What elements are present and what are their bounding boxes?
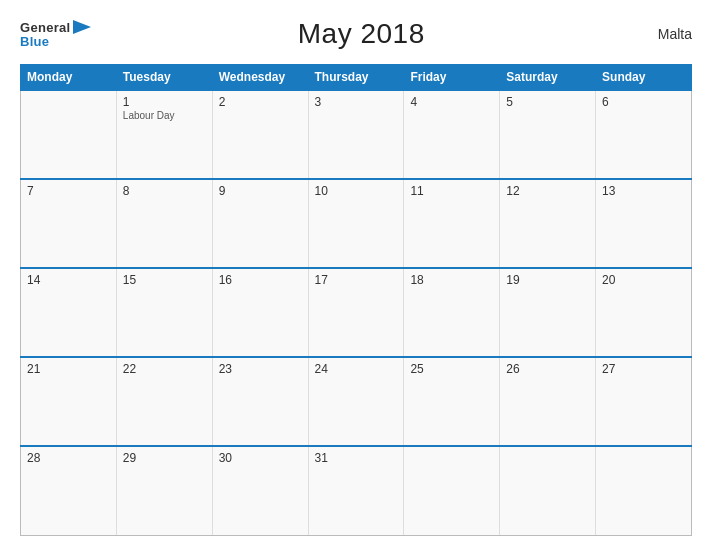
calendar-cell: 4 [404, 90, 500, 179]
day-number: 12 [506, 184, 589, 198]
calendar-cell: 25 [404, 357, 500, 446]
calendar-cell [596, 446, 692, 535]
day-number: 20 [602, 273, 685, 287]
calendar-cell: 19 [500, 268, 596, 357]
day-number: 6 [602, 95, 685, 109]
calendar-week-row: 21222324252627 [21, 357, 692, 446]
calendar-cell: 11 [404, 179, 500, 268]
logo-blue-text: Blue [20, 35, 49, 48]
calendar-table: Monday Tuesday Wednesday Thursday Friday… [20, 64, 692, 536]
calendar-week-row: 1Labour Day23456 [21, 90, 692, 179]
calendar-cell: 8 [116, 179, 212, 268]
col-tuesday: Tuesday [116, 65, 212, 91]
calendar-cell: 27 [596, 357, 692, 446]
calendar-cell: 16 [212, 268, 308, 357]
day-number: 1 [123, 95, 206, 109]
col-wednesday: Wednesday [212, 65, 308, 91]
calendar-cell: 12 [500, 179, 596, 268]
calendar-header-row: Monday Tuesday Wednesday Thursday Friday… [21, 65, 692, 91]
day-number: 15 [123, 273, 206, 287]
calendar-cell: 15 [116, 268, 212, 357]
holiday-label: Labour Day [123, 110, 206, 121]
calendar-cell: 18 [404, 268, 500, 357]
day-number: 29 [123, 451, 206, 465]
svg-marker-0 [73, 20, 91, 34]
day-number: 18 [410, 273, 493, 287]
day-number: 8 [123, 184, 206, 198]
day-number: 14 [27, 273, 110, 287]
logo-general-text: General [20, 21, 71, 34]
calendar-cell: 5 [500, 90, 596, 179]
day-number: 24 [315, 362, 398, 376]
day-number: 9 [219, 184, 302, 198]
calendar-cell: 30 [212, 446, 308, 535]
day-number: 31 [315, 451, 398, 465]
day-number: 26 [506, 362, 589, 376]
calendar-body: 1Labour Day23456789101112131415161718192… [21, 90, 692, 536]
calendar-cell: 28 [21, 446, 117, 535]
day-number: 16 [219, 273, 302, 287]
day-number: 2 [219, 95, 302, 109]
calendar-cell: 21 [21, 357, 117, 446]
col-saturday: Saturday [500, 65, 596, 91]
day-number: 3 [315, 95, 398, 109]
day-number: 23 [219, 362, 302, 376]
col-thursday: Thursday [308, 65, 404, 91]
day-number: 11 [410, 184, 493, 198]
calendar-cell: 29 [116, 446, 212, 535]
day-number: 22 [123, 362, 206, 376]
calendar-cell [500, 446, 596, 535]
calendar-cell: 26 [500, 357, 596, 446]
calendar-cell [404, 446, 500, 535]
calendar-cell: 9 [212, 179, 308, 268]
day-number: 10 [315, 184, 398, 198]
logo-flag-icon [73, 20, 91, 34]
day-number: 25 [410, 362, 493, 376]
calendar-cell: 13 [596, 179, 692, 268]
day-number: 13 [602, 184, 685, 198]
day-number: 21 [27, 362, 110, 376]
day-number: 30 [219, 451, 302, 465]
calendar-cell: 22 [116, 357, 212, 446]
calendar-cell: 7 [21, 179, 117, 268]
header: General Blue May 2018 Malta [20, 18, 692, 50]
calendar-week-row: 28293031 [21, 446, 692, 535]
logo: General Blue [20, 21, 91, 48]
calendar-cell: 1Labour Day [116, 90, 212, 179]
day-number: 7 [27, 184, 110, 198]
calendar-week-row: 78910111213 [21, 179, 692, 268]
calendar-cell: 10 [308, 179, 404, 268]
calendar-cell: 23 [212, 357, 308, 446]
day-number: 28 [27, 451, 110, 465]
col-friday: Friday [404, 65, 500, 91]
day-number: 4 [410, 95, 493, 109]
page: General Blue May 2018 Malta Monday Tuesd… [0, 0, 712, 550]
col-monday: Monday [21, 65, 117, 91]
calendar-cell: 3 [308, 90, 404, 179]
calendar-cell: 14 [21, 268, 117, 357]
day-number: 17 [315, 273, 398, 287]
calendar-week-row: 14151617181920 [21, 268, 692, 357]
calendar-title: May 2018 [91, 18, 632, 50]
day-number: 19 [506, 273, 589, 287]
calendar-cell: 17 [308, 268, 404, 357]
country-label: Malta [632, 26, 692, 42]
calendar-cell [21, 90, 117, 179]
calendar-cell: 6 [596, 90, 692, 179]
calendar-cell: 2 [212, 90, 308, 179]
calendar-cell: 20 [596, 268, 692, 357]
day-number: 5 [506, 95, 589, 109]
calendar-cell: 24 [308, 357, 404, 446]
calendar-cell: 31 [308, 446, 404, 535]
col-sunday: Sunday [596, 65, 692, 91]
day-number: 27 [602, 362, 685, 376]
